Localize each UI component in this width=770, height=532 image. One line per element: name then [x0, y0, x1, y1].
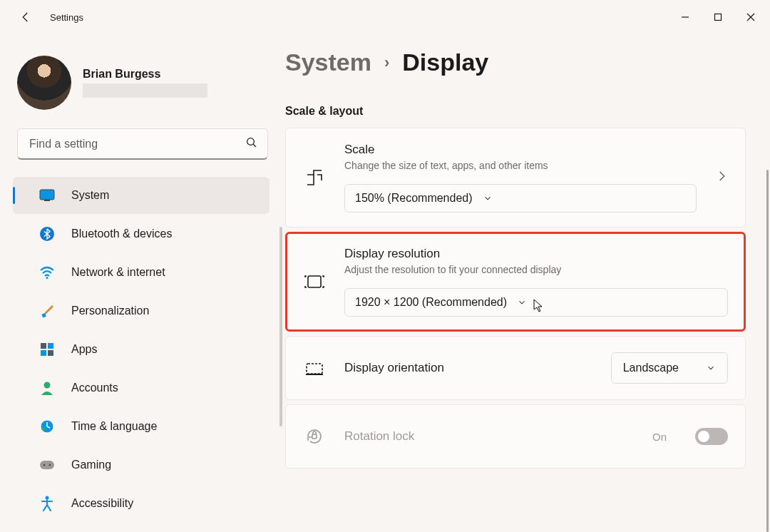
sidebar: Brian Burgess System Bluetooth & devices [0, 34, 285, 532]
sidebar-item-label: Bluetooth & devices [71, 227, 172, 240]
search-icon [245, 136, 258, 152]
svg-rect-1 [715, 14, 722, 21]
svg-rect-17 [40, 461, 54, 469]
svg-point-7 [46, 277, 48, 279]
svg-rect-22 [307, 364, 322, 374]
svg-line-3 [253, 144, 256, 147]
main-scrollbar[interactable] [766, 170, 769, 532]
sidebar-scrollbar[interactable] [279, 227, 282, 426]
sidebar-item-accessibility[interactable]: Accessibility [13, 485, 270, 522]
user-name: Brian Burgess [83, 68, 207, 81]
orientation-card[interactable]: Display orientation Landscape [285, 336, 746, 400]
scale-select[interactable]: 150% (Recommended) [344, 184, 697, 213]
avatar [17, 56, 71, 110]
breadcrumb: System › Display [285, 48, 746, 76]
svg-rect-21 [308, 276, 321, 287]
back-button[interactable] [11, 3, 40, 31]
sidebar-item-label: System [71, 189, 109, 202]
svg-rect-10 [48, 343, 53, 349]
sidebar-item-gaming[interactable]: Gaming [13, 446, 270, 484]
person-icon [38, 379, 56, 397]
svg-point-13 [44, 382, 51, 389]
window-controls [669, 3, 767, 31]
resolution-select[interactable]: 1920 × 1200 (Recommended) [344, 288, 728, 317]
titlebar: Settings [0, 0, 770, 34]
clock-globe-icon [38, 418, 56, 435]
svg-point-20 [46, 496, 49, 500]
svg-rect-23 [306, 374, 323, 375]
scale-value: 150% (Recommended) [355, 192, 473, 205]
rotation-lock-icon [303, 419, 326, 454]
gamepad-icon [38, 456, 56, 474]
svg-point-2 [247, 138, 255, 145]
sidebar-item-system[interactable]: System [13, 177, 270, 214]
maximize-button[interactable] [702, 3, 734, 31]
resolution-value: 1920 × 1200 (Recommended) [355, 296, 507, 309]
cursor-icon [533, 299, 545, 313]
svg-point-16 [41, 427, 46, 430]
chevron-right-icon: › [384, 53, 389, 72]
sidebar-item-label: Time & language [71, 420, 157, 433]
svg-rect-12 [48, 350, 53, 356]
chevron-down-icon [706, 363, 716, 373]
sidebar-item-time[interactable]: Time & language [13, 408, 270, 445]
main-panel: System › Display Scale & layout Scale Ch… [285, 34, 770, 532]
expand-chevron[interactable] [715, 170, 728, 185]
sidebar-item-personalization[interactable]: Personalization [13, 292, 270, 329]
sidebar-item-label: Network & internet [71, 266, 165, 279]
sidebar-item-label: Apps [71, 343, 97, 356]
svg-rect-5 [44, 200, 50, 201]
svg-rect-11 [41, 350, 46, 356]
apps-icon [38, 341, 56, 358]
breadcrumb-parent[interactable]: System [285, 48, 371, 76]
nav-list: System Bluetooth & devices Network & int… [0, 177, 285, 522]
sidebar-item-label: Personalization [71, 305, 149, 317]
resolution-subtitle: Adjust the resolution to fit your connec… [344, 264, 728, 275]
resolution-title: Display resolution [344, 247, 728, 261]
sidebar-item-label: Accessibility [71, 497, 133, 510]
close-button[interactable] [734, 3, 767, 31]
user-block[interactable]: Brian Burgess [0, 43, 285, 117]
sidebar-item-label: Gaming [71, 459, 111, 471]
minimize-button[interactable] [669, 3, 702, 31]
chevron-down-icon [517, 297, 527, 307]
chevron-down-icon [483, 193, 493, 203]
sidebar-item-accounts[interactable]: Accounts [13, 369, 270, 406]
scale-icon [303, 160, 326, 195]
scale-subtitle: Change the size of text, apps, and other… [344, 160, 697, 171]
rotation-lock-card: Rotation lock On [285, 404, 746, 469]
svg-point-19 [49, 464, 51, 466]
svg-rect-4 [40, 190, 54, 200]
breadcrumb-current: Display [402, 48, 488, 76]
orientation-icon [303, 351, 326, 385]
scale-title: Scale [344, 143, 697, 157]
scale-card[interactable]: Scale Change the size of text, apps, and… [285, 128, 746, 227]
brush-icon [38, 302, 56, 319]
sidebar-item-bluetooth[interactable]: Bluetooth & devices [13, 215, 270, 252]
app-title: Settings [50, 12, 83, 23]
system-icon [38, 187, 56, 204]
svg-rect-24 [312, 434, 317, 439]
sidebar-item-label: Accounts [71, 382, 118, 394]
search-field[interactable] [17, 128, 268, 160]
sidebar-item-network[interactable]: Network & internet [13, 254, 270, 291]
rotation-state-label: On [652, 431, 667, 443]
orientation-title: Display orientation [344, 361, 444, 375]
orientation-select[interactable]: Landscape [611, 352, 728, 384]
svg-rect-9 [41, 343, 46, 349]
orientation-value: Landscape [623, 362, 679, 374]
rotation-title: Rotation lock [344, 429, 414, 444]
resolution-icon [303, 265, 326, 299]
sidebar-item-apps[interactable]: Apps [13, 331, 270, 368]
rotation-toggle [695, 428, 728, 445]
resolution-card[interactable]: Display resolution Adjust the resolution… [285, 232, 746, 332]
accessibility-icon [38, 495, 56, 512]
section-heading: Scale & layout [285, 105, 746, 118]
wifi-icon [38, 264, 56, 281]
search-input[interactable] [17, 128, 268, 160]
svg-point-18 [43, 464, 46, 466]
user-email-redacted [83, 83, 207, 98]
bluetooth-icon [38, 225, 56, 242]
